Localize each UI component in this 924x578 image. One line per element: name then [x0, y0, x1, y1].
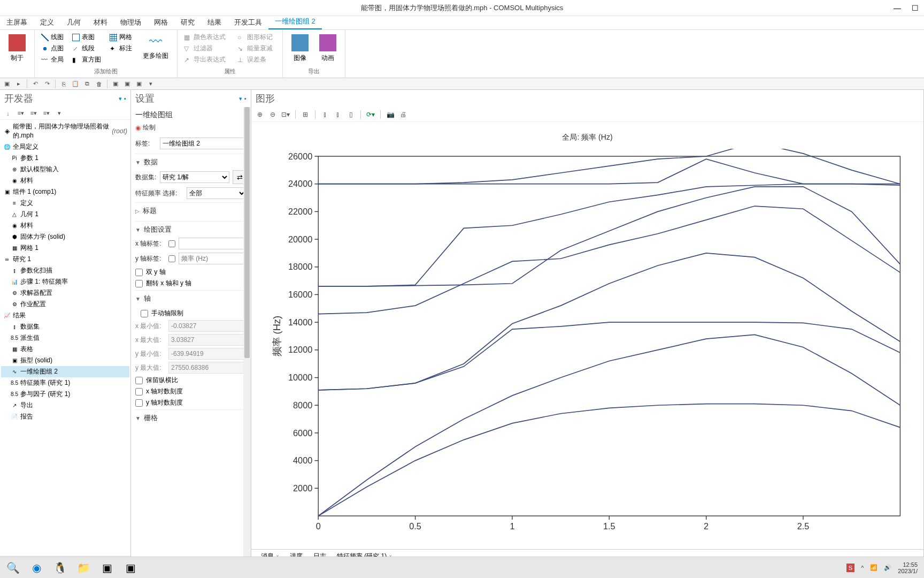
add-line-plot[interactable]: 线图 — [39, 32, 66, 42]
qt-delete[interactable]: 🗑 — [94, 79, 104, 89]
qt-paste[interactable]: 📋 — [71, 79, 80, 89]
add-global-plot[interactable]: 〰全局 — [39, 55, 66, 65]
tree-item-8[interactable]: ⬢固体力学 (solid) — [1, 231, 129, 242]
keep-aspect-cb[interactable] — [135, 377, 143, 384]
tree-nav-1[interactable]: ↓ — [3, 109, 13, 118]
tb-date[interactable]: 2023/1/ — [898, 568, 918, 574]
settings-scrollbar[interactable] — [243, 107, 251, 563]
qt-duplicate[interactable]: ⧉ — [82, 79, 92, 89]
tree-item-2[interactable]: ⊕默认模型输入 — [1, 164, 129, 175]
tree-item-15[interactable]: 📈结果 — [1, 310, 129, 321]
export-animation-button[interactable]: 动画 — [315, 32, 341, 65]
add-histogram[interactable]: ▮直方图 — [70, 55, 103, 65]
ribbon-tab-geometry[interactable]: 几何 — [60, 16, 87, 29]
ribbon-tab-materials[interactable]: 材料 — [87, 16, 114, 29]
section-title[interactable]: ▷ 标题 — [135, 202, 247, 219]
tb-comsol[interactable]: ▣ — [120, 558, 141, 575]
tree-nav-3[interactable]: ≡▾ — [29, 109, 38, 118]
x-min-input[interactable] — [168, 320, 251, 332]
model-tree[interactable]: ◈ 能带图，用固体力学物理场照着做的.mph (root) 🌐全局定义Pi参数 … — [0, 120, 130, 556]
tree-item-5[interactable]: ≡定义 — [1, 197, 129, 209]
copy-to-button[interactable]: 制于 — [4, 32, 30, 65]
tree-item-1[interactable]: Pi参数 1 — [1, 153, 129, 164]
tree-item-6[interactable]: △几何 1 — [1, 209, 129, 220]
tree-item-3[interactable]: ◉材料 — [1, 175, 129, 186]
tb-ime[interactable]: S — [846, 564, 854, 572]
tree-item-14[interactable]: ⚙作业配置 — [1, 299, 129, 310]
zoom-out[interactable]: ⊖ — [267, 109, 278, 120]
tree-item-9[interactable]: ▦网格 1 — [1, 242, 129, 254]
qt-btn-1[interactable]: ▣ — [2, 79, 12, 89]
zoom-box[interactable]: ⊡▾ — [280, 109, 291, 120]
tree-item-10[interactable]: ∞研究 1 — [1, 254, 129, 265]
graph-marker[interactable]: ○图形标记 — [235, 32, 275, 42]
label-input[interactable] — [160, 138, 245, 149]
settings-minimize[interactable]: ▾ — [239, 95, 242, 102]
qt-btn-3[interactable]: ▣ — [111, 79, 120, 89]
tree-item-22[interactable]: 8.5参与因子 (研究 1) — [1, 389, 129, 400]
tb-wifi[interactable]: 📶 — [870, 564, 877, 571]
more-plots-button[interactable]: 〰 更多绘图 — [138, 32, 173, 65]
qt-btn-2[interactable]: ▸ — [14, 79, 24, 89]
tb-search[interactable]: 🔍 — [2, 558, 24, 575]
qt-btn-4[interactable]: ▣ — [122, 79, 132, 89]
tree-nav-4[interactable]: ≡▾ — [42, 109, 51, 118]
export-image-button[interactable]: 图像 — [287, 32, 313, 65]
x-axis-input[interactable] — [179, 238, 251, 249]
manual-limit-cb[interactable] — [141, 310, 148, 317]
gfx-print[interactable]: 🖨 — [398, 109, 409, 120]
tree-item-18[interactable]: ▦表格 — [1, 344, 129, 355]
section-grid[interactable]: ▼ 栅格 — [135, 409, 247, 426]
tree-item-0[interactable]: 🌐全局定义 — [1, 141, 129, 153]
tree-item-20[interactable]: ∿一维绘图组 2 — [1, 366, 129, 377]
settings-close[interactable]: ▪ — [244, 95, 247, 102]
maximize-button[interactable]: ☐ — [912, 4, 919, 12]
tree-item-4[interactable]: ▣组件 1 (comp1) — [1, 186, 129, 197]
qt-copy[interactable]: ⎘ — [59, 79, 68, 89]
tree-item-19[interactable]: ▣振型 (solid) — [1, 355, 129, 366]
ribbon-tab-study[interactable]: 研究 — [174, 16, 201, 29]
tree-item-23[interactable]: ↗导出 — [1, 400, 129, 411]
add-marker[interactable]: ✦标注 — [107, 43, 134, 54]
y-axis-input[interactable] — [179, 253, 251, 264]
gfx-refresh[interactable]: ⟳▾ — [365, 109, 376, 120]
dataset-select[interactable]: 研究 1/解 — [160, 171, 229, 183]
ribbon-tab-physics[interactable]: 物理场 — [114, 16, 148, 29]
section-plot-settings[interactable]: ▼ 绘图设置 — [135, 221, 247, 238]
section-data[interactable]: ▼ 数据 — [135, 154, 247, 170]
y-max-input[interactable] — [168, 362, 251, 374]
plot-action[interactable]: ◉ 绘制 — [135, 123, 247, 132]
x-axis-cb[interactable] — [168, 240, 175, 247]
add-segment-plot[interactable]: ⟋线段 — [70, 43, 103, 54]
tb-edge[interactable]: ◉ — [26, 558, 47, 575]
ribbon-tab-devtools[interactable]: 开发工具 — [228, 16, 268, 29]
tb-explorer[interactable]: 📁 — [73, 558, 94, 575]
tree-item-24[interactable]: 📄报告 — [1, 411, 129, 422]
add-point-plot[interactable]: 点图 — [39, 43, 66, 54]
ribbon-tab-definitions[interactable]: 定义 — [34, 16, 60, 29]
dual-y-cb[interactable] — [135, 269, 143, 276]
qt-btn-5[interactable]: ▣ — [134, 79, 144, 89]
ribbon-tab-results[interactable]: 结果 — [201, 16, 228, 29]
qt-undo[interactable]: ↶ — [30, 79, 40, 89]
y-min-input[interactable] — [168, 348, 251, 360]
tree-item-16[interactable]: ⫿数据集 — [1, 321, 129, 332]
tree-root[interactable]: ◈ 能带图，用固体力学物理场照着做的.mph (root) — [1, 121, 129, 141]
energy-decay[interactable]: ↘能量衰减 — [235, 43, 275, 54]
flip-xy-cb[interactable] — [135, 280, 143, 287]
x-max-input[interactable] — [168, 334, 251, 346]
gfx-snapshot[interactable]: 📷 — [385, 109, 396, 120]
gfx-btn-1[interactable]: ⊞ — [300, 109, 311, 120]
tb-qq[interactable]: 🐧 — [49, 558, 71, 575]
qt-redo[interactable]: ↷ — [42, 79, 52, 89]
section-axis[interactable]: ▼ 轴 — [135, 290, 247, 307]
error-bar[interactable]: ⊥误差条 — [235, 55, 275, 65]
chart-area[interactable]: 全局: 频率 (Hz) 2000400060008000100001200014… — [251, 122, 923, 549]
qt-dropdown[interactable]: ▾ — [146, 79, 156, 89]
ribbon-tab-mesh[interactable]: 网格 — [148, 16, 174, 29]
zoom-in[interactable]: ⊕ — [255, 109, 265, 120]
tree-item-13[interactable]: ⚙求解器配置 — [1, 287, 129, 299]
add-grid-plot[interactable]: 网格 — [107, 32, 134, 42]
tb-sound[interactable]: 🔊 — [884, 564, 891, 571]
tree-item-21[interactable]: 8.5特征频率 (研究 1) — [1, 377, 129, 389]
